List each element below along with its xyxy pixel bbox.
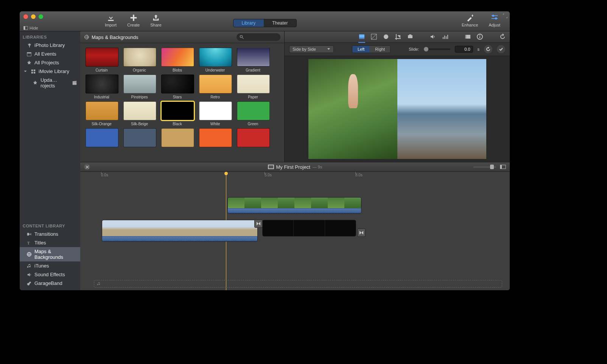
sidebar-item-label: iTunes bbox=[34, 263, 49, 269]
background-thumb[interactable] bbox=[86, 128, 118, 149]
project-name: My First Project bbox=[276, 164, 310, 170]
tab-library[interactable]: Library bbox=[233, 19, 264, 27]
background-thumb[interactable]: Stars bbox=[161, 75, 193, 99]
slide-value-field[interactable]: 0.0 bbox=[455, 46, 473, 53]
revert-icon[interactable] bbox=[499, 33, 506, 40]
titlebar: Hide Import Create Share Library Theater bbox=[20, 11, 510, 31]
connected-clip[interactable] bbox=[228, 198, 361, 213]
adjust-button[interactable]: Adjust bbox=[489, 14, 500, 27]
sidebar-item-project[interactable]: Upda…rojects bbox=[20, 76, 80, 90]
sidebar-item-imovie-library[interactable]: iMovie Library bbox=[20, 67, 80, 76]
background-thumb[interactable]: Gradient bbox=[237, 48, 269, 72]
star-icon bbox=[33, 80, 38, 86]
svg-rect-25 bbox=[409, 34, 411, 35]
background-thumb[interactable]: Paper bbox=[237, 75, 269, 99]
time-ruler[interactable]: 0.0s5.0s8.0s bbox=[80, 172, 510, 179]
svg-rect-27 bbox=[444, 36, 445, 39]
sidebar-item-all-events[interactable]: All Events bbox=[20, 50, 80, 58]
music-icon bbox=[96, 282, 101, 286]
svg-rect-1 bbox=[24, 26, 25, 30]
color-correct-icon[interactable] bbox=[370, 33, 377, 40]
import-button[interactable]: Import bbox=[105, 14, 117, 27]
stabilize-icon[interactable] bbox=[407, 33, 414, 40]
background-thumb[interactable] bbox=[199, 128, 231, 149]
background-thumb[interactable] bbox=[161, 128, 193, 149]
video-info-icon[interactable] bbox=[464, 33, 471, 40]
color-wheel-icon[interactable] bbox=[383, 33, 389, 40]
ruler-mark: 0.0s bbox=[101, 173, 108, 177]
share-button[interactable]: Share bbox=[150, 14, 161, 27]
sidebar-item-transitions[interactable]: Transitions bbox=[20, 230, 80, 238]
hide-icon bbox=[23, 26, 28, 30]
reset-button[interactable] bbox=[484, 45, 492, 53]
fullscreen-icon[interactable] bbox=[503, 14, 507, 18]
enhance-button[interactable]: Enhance bbox=[462, 14, 478, 27]
svg-point-6 bbox=[492, 15, 494, 17]
ruler-mark: 8.0s bbox=[355, 173, 363, 177]
sidebar-item-itunes[interactable]: iTunes bbox=[20, 261, 80, 270]
timeline-zoom-slider[interactable] bbox=[473, 166, 496, 168]
background-thumb[interactable]: Underwater bbox=[199, 48, 231, 72]
background-thumb[interactable]: Pinstripes bbox=[123, 75, 156, 99]
background-thumb[interactable]: White bbox=[199, 101, 231, 126]
background-thumb[interactable]: Curtain bbox=[86, 48, 118, 72]
ruler-mark: 5.0s bbox=[265, 173, 272, 177]
background-thumb[interactable]: Silk-Orange bbox=[86, 101, 118, 126]
equalizer-icon[interactable] bbox=[442, 33, 448, 40]
sidebar-item-titles[interactable]: T Titles bbox=[20, 238, 80, 247]
globe-icon bbox=[84, 34, 89, 40]
share-label: Share bbox=[150, 23, 161, 27]
transition-indicator[interactable] bbox=[254, 219, 263, 228]
background-thumb[interactable]: Blobs bbox=[161, 48, 193, 72]
left-button[interactable]: Left bbox=[352, 46, 370, 53]
sidebar-item-all-projects[interactable]: All Projects bbox=[20, 58, 80, 67]
sidebar-item-label: GarageBand bbox=[34, 280, 62, 286]
create-button[interactable]: Create bbox=[127, 14, 140, 27]
timeline[interactable]: 0.0s5.0s8.0s bbox=[80, 172, 510, 290]
background-thumb[interactable]: Black bbox=[161, 101, 193, 126]
primary-clip-black[interactable] bbox=[263, 220, 356, 236]
background-thumb[interactable]: Silk-Beige bbox=[123, 101, 156, 126]
audio-drop-lane[interactable] bbox=[94, 280, 502, 288]
apply-button[interactable] bbox=[497, 45, 505, 53]
background-thumb[interactable] bbox=[237, 128, 269, 149]
svg-rect-12 bbox=[34, 69, 35, 71]
sidebar-item-maps-backgrounds[interactable]: Maps & Backgrounds bbox=[20, 247, 80, 261]
primary-clip-beach[interactable] bbox=[102, 220, 257, 241]
project-duration: — 9s bbox=[313, 165, 322, 169]
right-button[interactable]: Right bbox=[370, 46, 390, 53]
sidebar-item-label: Sound Effects bbox=[34, 272, 65, 277]
close-project-button[interactable] bbox=[84, 164, 90, 170]
background-thumb[interactable]: Green bbox=[237, 101, 269, 126]
sidebar-item-iphoto[interactable]: iPhoto Library bbox=[20, 41, 80, 50]
close-window[interactable] bbox=[23, 14, 28, 19]
hide-sidebar-button[interactable]: Hide bbox=[23, 26, 38, 30]
background-thumb[interactable]: Industrial bbox=[86, 75, 118, 99]
svg-rect-26 bbox=[443, 37, 444, 39]
tab-theater[interactable]: Theater bbox=[264, 19, 296, 27]
slide-slider[interactable] bbox=[424, 48, 450, 50]
library-theater-toggle: Library Theater bbox=[233, 19, 296, 27]
zoom-window[interactable] bbox=[39, 14, 43, 19]
import-label: Import bbox=[105, 23, 117, 27]
crop-icon[interactable] bbox=[395, 33, 402, 40]
background-thumb[interactable] bbox=[123, 128, 156, 149]
info-icon[interactable] bbox=[476, 33, 483, 40]
transition-type-dropdown[interactable]: Side by Side bbox=[289, 45, 334, 53]
transition-indicator[interactable] bbox=[357, 229, 366, 237]
transition-tool-icon[interactable] bbox=[358, 33, 365, 40]
preview-canvas[interactable] bbox=[308, 59, 486, 159]
chevron-down-icon bbox=[23, 70, 28, 73]
thumb-label: Silk-Orange bbox=[86, 122, 118, 126]
svg-rect-21 bbox=[359, 38, 364, 39]
clip-display-icon[interactable] bbox=[500, 164, 506, 170]
background-thumb[interactable]: Retro bbox=[199, 75, 231, 99]
volume-icon[interactable] bbox=[430, 33, 436, 40]
search-input[interactable] bbox=[237, 33, 280, 41]
sidebar-item-sound-effects[interactable]: Sound Effects bbox=[20, 270, 80, 279]
minimize-window[interactable] bbox=[31, 14, 36, 19]
sidebar-item-label: Upda…rojects bbox=[40, 77, 69, 89]
sidebar-item-garageband[interactable]: GarageBand bbox=[20, 279, 80, 288]
clapper-icon bbox=[72, 80, 77, 86]
background-thumb[interactable]: Organic bbox=[123, 48, 156, 72]
